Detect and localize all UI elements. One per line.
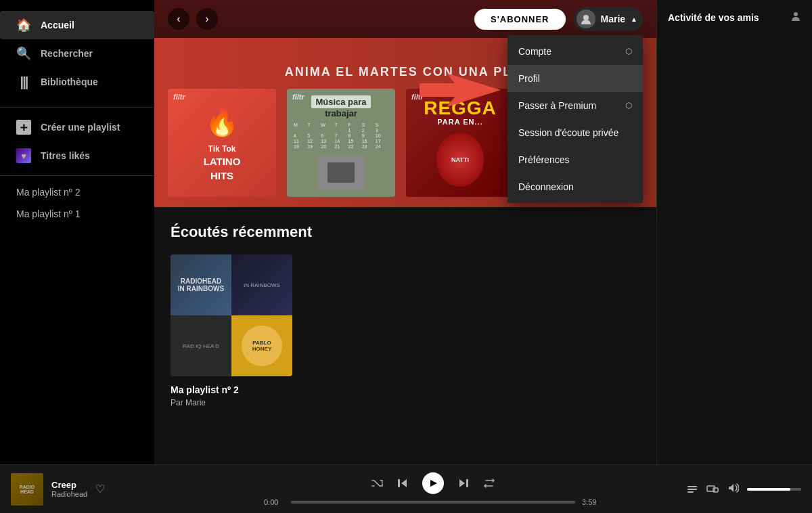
avatar [577,9,595,28]
section-title-recent: Écoutés récemment [171,223,640,241]
sidebar-item-create-playlist[interactable]: ＋ Créer une playlist [0,113,154,141]
dropdown-item-logout[interactable]: Déconnexion [508,173,643,200]
playlist-desc: Par Marie [171,398,292,407]
filtr-logo-musica: filtr [292,93,304,101]
sidebar-item-bibliotheque[interactable]: ||| Bibliothèque [0,68,154,96]
svg-rect-4 [398,479,400,487]
queue-button[interactable] [686,483,698,495]
content-area: ‹ › S'ABONNER Marie ▲ Compte ⬡ [154,0,656,464]
chevron-up-icon: ▲ [631,16,637,23]
sidebar-item-liked-songs[interactable]: ♥ Titres likés [0,141,154,170]
control-buttons [371,472,495,494]
dropdown-item-profil[interactable]: Profil [508,65,643,92]
sidebar-divider-bottom [0,175,154,176]
sidebar-item-rechercher[interactable]: 🔍 Rechercher [0,39,154,68]
hero-title: ANIMA EL MARTES CON UNA PL... [285,65,526,79]
album-card-musica[interactable]: Música para trabajar MTWTFSS 123 4567891… [287,89,395,197]
sidebar-playlist-2[interactable]: Ma playlist nº 2 [0,181,154,203]
right-panel: Activité de vos amis [656,0,812,464]
previous-button[interactable] [397,477,409,489]
track-name: Creep [51,480,87,490]
cover-cell-4-inner: PABLOHONEY [242,326,282,366]
user-menu-button[interactable]: Marie ▲ [574,7,643,31]
like-button[interactable]: ♡ [95,483,105,495]
artist-name: Radiohead [51,490,87,498]
recent-section: Écoutés récemment RADIOHEADIN RAINBOWS I… [154,207,656,424]
user-name: Marie [601,14,626,24]
bottom-bar: RADIOHEAD Creep Radiohead ♡ [0,464,812,513]
svg-rect-7 [687,489,697,490]
dropdown-item-private-session[interactable]: Session d'écoute privée [508,119,643,146]
player-controls: 0:00 3:59 [211,472,655,506]
time-total: 3:59 [582,498,602,506]
volume-fill [747,488,790,491]
external-link-icon-compte: ⬡ [625,47,632,56]
now-playing-art: RADIOHEAD [11,473,43,506]
cover-cell-2: IN RAINBOWS [231,254,292,315]
svg-rect-5 [466,479,468,487]
sidebar-divider-top [0,107,154,108]
home-icon: 🏠 [16,18,31,32]
repeat-button[interactable] [483,477,495,489]
svg-rect-8 [687,491,694,493]
svg-rect-6 [687,486,697,487]
progress-bar-container: 0:00 3:59 [264,498,602,506]
album-card-tiktok[interactable]: 🔥 Tik Tok LATINO HITS filtr [168,89,276,197]
right-controls [666,482,801,497]
progress-track[interactable] [291,501,575,504]
panel-title: Activité de vos amis [668,12,759,23]
playlist-cover: RADIOHEADIN RAINBOWS IN RAINBOWS RAD IQ … [171,254,292,376]
topbar: ‹ › S'ABONNER Marie ▲ [154,0,656,38]
svg-point-0 [583,15,589,20]
heart-icon: ♥ [16,148,31,163]
playlist-name: Ma playlist nº 2 [171,384,292,395]
panel-close-button[interactable] [790,11,801,24]
topbar-right: S'ABONNER Marie ▲ [474,7,643,31]
search-icon: 🔍 [16,46,31,61]
dropdown-item-preferences[interactable]: Préférences [508,146,643,173]
dropdown-item-compte[interactable]: Compte ⬡ [508,38,643,65]
play-button[interactable] [422,472,444,494]
sidebar-item-accueil[interactable]: 🏠 Accueil [0,11,154,39]
shuffle-button[interactable] [371,477,383,489]
sidebar-nav: 🏠 Accueil 🔍 Rechercher ||| Bibliothèque [0,5,154,102]
playlist-card[interactable]: RADIOHEADIN RAINBOWS IN RAINBOWS RAD IQ … [171,254,292,407]
panel-header: Activité de vos amis [668,11,801,24]
sidebar: 🏠 Accueil 🔍 Rechercher ||| Bibliothèque … [0,0,154,464]
svg-point-3 [794,12,798,16]
external-link-icon-premium: ⬡ [625,101,632,110]
cover-cell-3: RAD IQ HEA D [171,315,231,376]
dropdown-item-premium[interactable]: Passer à Premium ⬡ [508,92,643,119]
next-button[interactable] [457,477,470,489]
time-current: 0:00 [264,498,284,506]
filtr-logo-reggae: filtr [411,93,424,101]
nav-back-button[interactable]: ‹ [168,8,189,30]
devices-button[interactable] [706,483,719,495]
library-icon: ||| [16,74,31,89]
flame-icon: 🔥 [205,103,239,141]
sidebar-playlist-1[interactable]: Ma playlist nº 1 [0,203,154,225]
volume-button[interactable] [727,482,739,497]
volume-track[interactable] [747,488,801,491]
dropdown-menu: Compte ⬡ Profil Passer à Premium ⬡ Sessi… [508,35,643,203]
nav-forward-button[interactable]: › [196,8,218,30]
nav-arrows: ‹ › [168,8,218,30]
now-playing: RADIOHEAD Creep Radiohead ♡ [11,473,200,506]
filtr-logo-tiktok: filtr [173,93,185,101]
cover-cell-1: RADIOHEADIN RAINBOWS [171,254,231,315]
tiktok-label: Tik Tok LATINO HITS [204,143,241,183]
now-playing-info: Creep Radiohead [51,480,87,498]
add-icon: ＋ [16,120,31,135]
subscribe-button[interactable]: S'ABONNER [474,9,566,30]
cover-cell-4: PABLOHONEY [231,315,292,376]
album-card-reggae[interactable]: REGGA PARA EN... NATTI filtr [406,89,514,197]
